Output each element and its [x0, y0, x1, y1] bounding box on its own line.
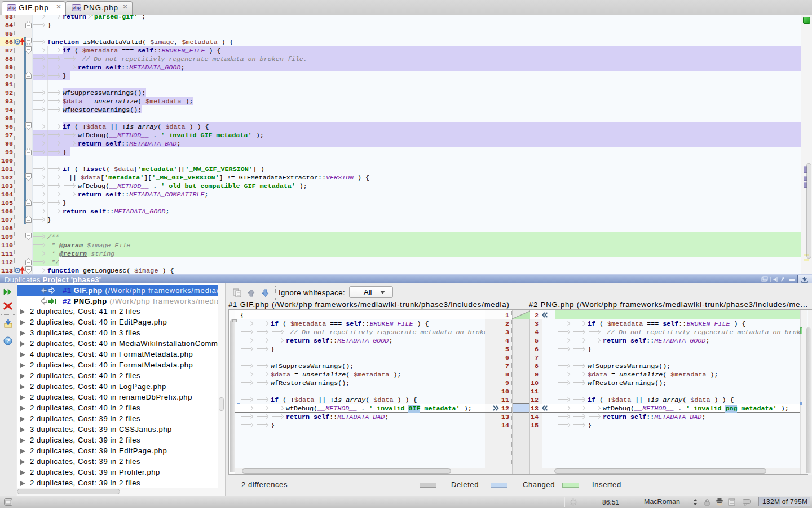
- svg-text:?: ?: [6, 338, 10, 344]
